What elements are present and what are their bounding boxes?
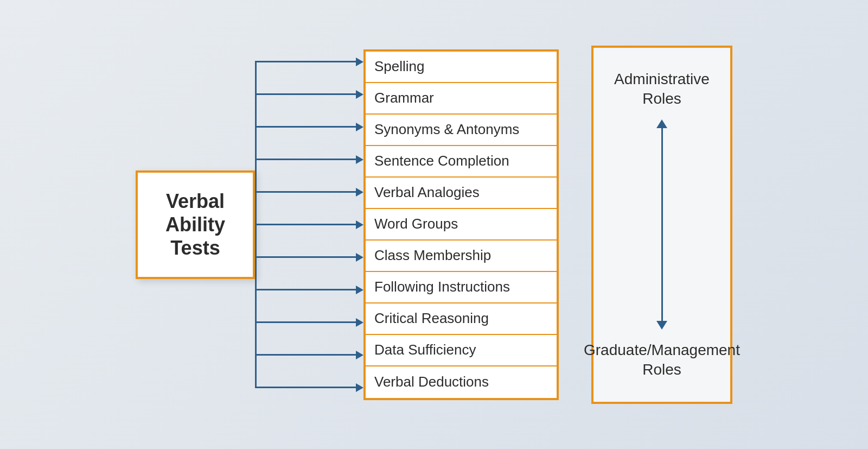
- list-item: Critical Reasoning: [366, 303, 557, 335]
- double-arrow-line: [661, 128, 663, 320]
- arrow-row: [255, 46, 363, 78]
- arrow-head: [356, 188, 363, 197]
- arrow-row: [255, 143, 363, 176]
- list-item: Data Sufficiency: [366, 335, 557, 366]
- arrow-row: [255, 339, 363, 371]
- list-item: Synonyms & Antonyms: [366, 115, 557, 146]
- arrow-line: [255, 126, 356, 128]
- arrow-head: [356, 123, 363, 131]
- list-box: SpellingGrammarSynonyms & AntonymsSenten…: [363, 49, 559, 400]
- arrow-row: [255, 111, 363, 143]
- arrow-line: [255, 159, 356, 160]
- list-item: Spelling: [366, 52, 557, 83]
- list-item: Verbal Deductions: [366, 366, 557, 398]
- arrow-row: [255, 241, 363, 274]
- arrow-head: [356, 220, 363, 229]
- arrow-line: [255, 224, 356, 225]
- arrow-head: [356, 351, 363, 359]
- arrow-head: [356, 383, 363, 392]
- arrow-row: [255, 371, 363, 404]
- arrow-head: [356, 286, 363, 294]
- graduate-roles-label: Graduate/Management Roles: [584, 340, 740, 380]
- arrow-row: [255, 78, 363, 111]
- arrow-head: [356, 318, 363, 327]
- list-item: Class Membership: [366, 241, 557, 272]
- arrow-head: [356, 58, 363, 66]
- arrow-line: [255, 93, 356, 95]
- list-item: Sentence Completion: [366, 146, 557, 178]
- arrows-section: [255, 46, 363, 404]
- arrow-up-icon: [656, 119, 667, 128]
- right-box: Administrative Roles Graduate/Management…: [591, 46, 732, 404]
- arrow-down-icon: [656, 321, 667, 330]
- list-item: Grammar: [366, 83, 557, 115]
- arrow-row: [255, 208, 363, 241]
- arrow-line: [255, 387, 356, 388]
- list-item: Following Instructions: [366, 272, 557, 303]
- main-box-label: Verbal Ability Tests: [165, 189, 225, 260]
- double-arrow: [656, 109, 667, 340]
- main-box: Verbal Ability Tests: [136, 170, 255, 279]
- arrow-line: [255, 256, 356, 258]
- arrow-head: [356, 253, 363, 262]
- arrow-row: [255, 306, 363, 339]
- arrow-row: [255, 274, 363, 306]
- diagram: Verbal Ability Tests: [136, 46, 732, 404]
- arrow-line: [255, 321, 356, 323]
- arrow-line: [255, 289, 356, 290]
- list-item: Word Groups: [366, 209, 557, 241]
- arrow-line: [255, 61, 356, 62]
- arrow-line: [255, 191, 356, 193]
- administrative-roles-label: Administrative Roles: [614, 69, 710, 109]
- arrow-head: [356, 155, 363, 164]
- arrow-head: [356, 90, 363, 99]
- list-item: Verbal Analogies: [366, 178, 557, 209]
- arrow-row: [255, 176, 363, 208]
- arrow-line: [255, 354, 356, 356]
